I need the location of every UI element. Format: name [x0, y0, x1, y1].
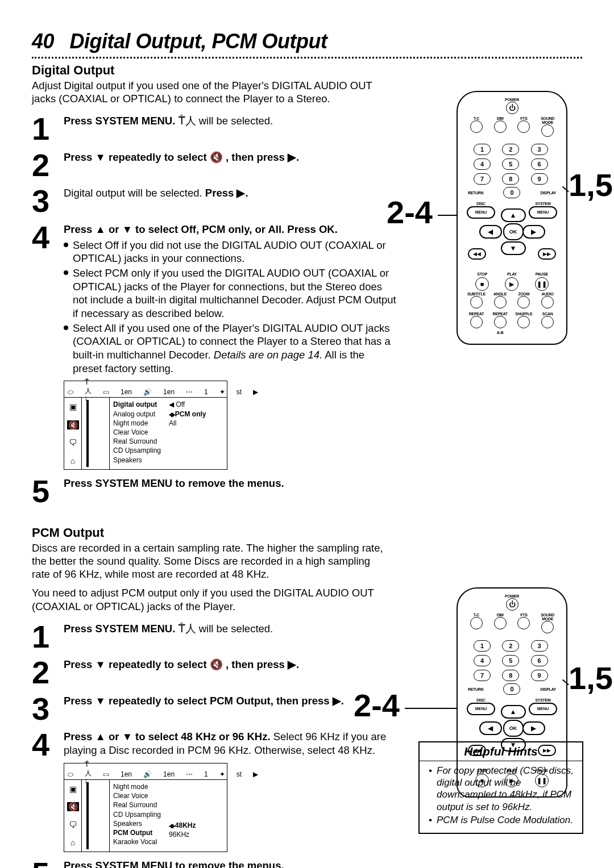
- fts-button[interactable]: [517, 617, 530, 629]
- step-num: 2: [32, 152, 64, 179]
- audio-button[interactable]: [541, 296, 554, 308]
- shuffle-button[interactable]: [517, 316, 530, 328]
- intro-pcm-output-2: You need to adjust PCM output only if yo…: [32, 586, 384, 612]
- page-number: 40: [32, 30, 54, 53]
- repeat-ab-button[interactable]: [494, 316, 507, 328]
- chevron-right-icon: ▶: [253, 388, 258, 396]
- num-0-button[interactable]: 0: [503, 187, 520, 198]
- icon-tv: ▭: [103, 388, 109, 396]
- icon-picture: ▣: [69, 784, 77, 794]
- angle-button[interactable]: [494, 296, 507, 308]
- step-num: 4: [32, 224, 64, 251]
- stop-button[interactable]: ■: [475, 277, 489, 291]
- power-label: POWER: [463, 98, 561, 102]
- speaker-icon: 🔇: [210, 658, 223, 671]
- step-bold: Press ▲ or ▼ to select 48 KHz or 96 KHz.: [64, 731, 271, 742]
- step-num: 4: [32, 731, 64, 758]
- icon-angle: ✦: [219, 388, 225, 396]
- icon-disc: ⬭: [68, 388, 73, 396]
- tc-button[interactable]: [470, 120, 483, 133]
- bullet: Select Off if you did not use the DIGITA…: [64, 239, 396, 265]
- num-7-button[interactable]: 7: [474, 173, 491, 185]
- pause-button[interactable]: ❚❚: [535, 277, 549, 291]
- power-button[interactable]: ⏻: [506, 598, 518, 611]
- page-title: 40 Digital Output, PCM Output: [32, 30, 582, 53]
- num-4-button[interactable]: 4: [474, 158, 491, 170]
- ok-button[interactable]: OK: [503, 720, 524, 737]
- icon-subtitle: ⋯: [186, 770, 193, 778]
- up-button[interactable]: ▲: [501, 208, 526, 222]
- num-6-button[interactable]: 6: [531, 158, 548, 170]
- repeat-button[interactable]: [470, 316, 483, 328]
- remote-control-top: POWER ⏻ T-C DIM FTS SOUND MODE 1 2 3 4 5…: [457, 91, 567, 345]
- callout-line: [405, 708, 457, 709]
- sound-mode-button[interactable]: [541, 124, 554, 137]
- step-5: 5 Press SYSTEM MENU to remove the menus.: [32, 856, 582, 868]
- icon-features: ⌂: [70, 838, 75, 847]
- num-6-button[interactable]: 6: [531, 655, 548, 666]
- play-button[interactable]: ▶: [505, 277, 518, 291]
- left-button[interactable]: ◀: [479, 721, 502, 735]
- callout-line: [438, 215, 457, 216]
- num-7-button[interactable]: 7: [474, 670, 491, 681]
- num-3-button[interactable]: 3: [531, 144, 548, 155]
- step-bold: Press SYSTEM MENU to remove the menus.: [64, 477, 284, 489]
- up-button[interactable]: ▲: [501, 705, 526, 719]
- step-plain: Digital output will be selected.: [64, 187, 205, 199]
- step-bold: Press SYSTEM MENU.: [64, 623, 175, 635]
- heading-digital-output: Digital Output: [32, 63, 582, 78]
- num-1-button[interactable]: 1: [474, 144, 491, 155]
- dim-button[interactable]: [494, 120, 507, 133]
- prev-button[interactable]: ◀◀: [468, 248, 486, 260]
- sound-mode-button[interactable]: [541, 621, 554, 633]
- num-2-button[interactable]: 2: [502, 640, 519, 652]
- callout-1-5: 1,5: [569, 662, 613, 694]
- num-3-button[interactable]: 3: [531, 640, 548, 652]
- num-9-button[interactable]: 9: [531, 670, 548, 681]
- icon-angle: ✦: [219, 770, 225, 778]
- heading-pcm-output: PCM Output: [32, 525, 582, 540]
- num-9-button[interactable]: 9: [531, 173, 548, 185]
- step-bold: Press ▼ repeatedly to select 🔇 , then pr…: [64, 151, 299, 163]
- icon-language: 🗨: [69, 438, 77, 447]
- step-bold: Press ▼ repeatedly to select PCM Output,…: [64, 695, 344, 707]
- icon-language: 🗨: [69, 820, 77, 829]
- num-8-button[interactable]: 8: [502, 670, 519, 681]
- num-0-button[interactable]: 0: [503, 683, 520, 695]
- dim-button[interactable]: [494, 617, 507, 629]
- osd-items: Night mode Clear Voice Real Surround CD …: [113, 782, 161, 849]
- intro-pcm-output-1: Discs are recorded in a certain sampling…: [32, 541, 384, 581]
- toolbar-icon: T̂人: [179, 622, 196, 636]
- num-1-button[interactable]: 1: [474, 640, 491, 652]
- step-bold: Press SYSTEM MENU to remove the menus.: [64, 859, 284, 868]
- icon-disc: ⬭: [68, 770, 73, 778]
- page-title-text: Digital Output, PCM Output: [70, 30, 327, 53]
- num-5-button[interactable]: 5: [502, 655, 519, 666]
- subtitle-button[interactable]: [470, 296, 483, 308]
- helpful-hints-title: Helpful Hints: [420, 742, 582, 761]
- chevron-right-icon: ▶: [253, 770, 258, 778]
- tc-button[interactable]: [470, 617, 483, 629]
- left-button[interactable]: ◀: [479, 225, 502, 239]
- right-button[interactable]: ▶: [522, 721, 545, 735]
- divider-dotted: [32, 57, 582, 59]
- icon-speaker-selected: 🔇: [67, 802, 79, 811]
- toolbar-icon: T̂人: [85, 761, 92, 778]
- fts-button[interactable]: [517, 120, 530, 133]
- bullet: Select All if you used one of the Player…: [64, 322, 396, 375]
- num-4-button[interactable]: 4: [474, 655, 491, 666]
- num-8-button[interactable]: 8: [502, 173, 519, 185]
- icon-speaker: 🔊: [143, 770, 152, 778]
- toolbar-icon: T̂人: [179, 114, 196, 128]
- num-2-button[interactable]: 2: [502, 144, 519, 155]
- next-button[interactable]: ▶▶: [538, 248, 556, 260]
- num-5-button[interactable]: 5: [502, 158, 519, 170]
- step-plain: will be selected.: [199, 623, 273, 635]
- step-5: 5 Press SYSTEM MENU to remove the menus.: [32, 473, 582, 505]
- power-button[interactable]: ⏻: [506, 102, 518, 114]
- zoom-button[interactable]: [517, 296, 530, 308]
- right-button[interactable]: ▶: [522, 225, 545, 239]
- scan-button[interactable]: [541, 316, 554, 328]
- step-bold: Press ▶.: [205, 187, 248, 199]
- ok-button[interactable]: OK: [503, 223, 524, 240]
